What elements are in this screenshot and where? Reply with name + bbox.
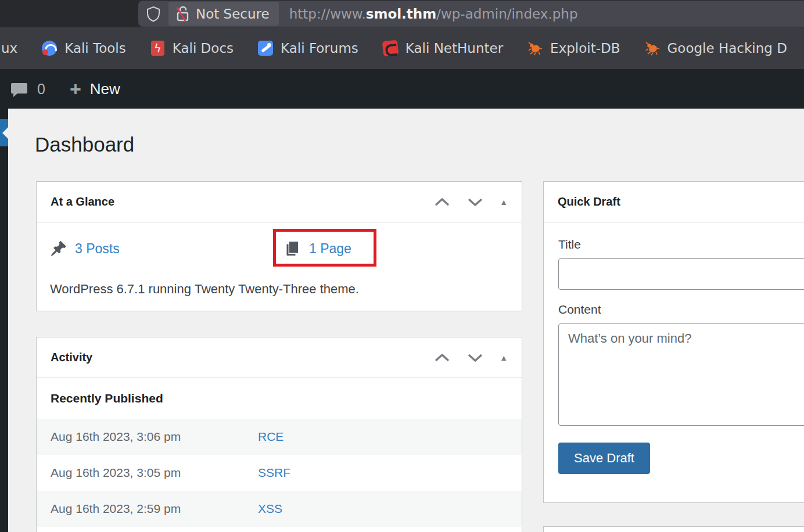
wordpress-version-text: WordPress 6.7.1 running Twenty Twenty-Th…	[50, 282, 359, 297]
activity-header: Activity ▲	[37, 337, 522, 378]
bug-icon	[527, 41, 543, 56]
post-link[interactable]: XSS	[258, 502, 282, 516]
quick-draft-title: Quick Draft	[558, 195, 620, 209]
move-down-icon[interactable]	[466, 353, 484, 363]
kali-nethunter-icon	[382, 40, 399, 57]
screen: Not Secure http://www.smol.thm/wp-admin/…	[0, 0, 804, 532]
activity-row: Aug 16th 2023, 3:06 pm RCE	[37, 419, 522, 455]
bookmarks-bar: ux Kali Tools Kali Docs Kali Forums Kali…	[0, 27, 804, 69]
bookmark-kali-forums[interactable]: Kali Forums	[258, 27, 358, 69]
bookmark-kali-nethunter[interactable]: Kali NetHunter	[383, 27, 503, 69]
move-down-icon[interactable]	[466, 197, 484, 207]
admin-menu-current-item[interactable]	[0, 119, 8, 146]
collapse-toggle-icon[interactable]: ▲	[500, 354, 508, 362]
draft-content-textarea[interactable]	[558, 323, 804, 426]
kali-docs-icon	[151, 41, 164, 56]
post-date: Aug 16th 2023, 2:59 pm	[51, 502, 258, 516]
wp-admin-bar: 0 + New	[0, 69, 804, 109]
activity-row: Aug 16th 2023, 2:59 pm XSS	[37, 491, 522, 527]
activity-widget: Activity ▲ Recently Published Aug 16th 2…	[36, 337, 522, 532]
save-draft-button[interactable]: Save Draft	[558, 443, 650, 474]
activity-row: Aug 16th 2023, 3:05 pm SSRF	[37, 455, 522, 491]
admin-menu-strip	[0, 109, 8, 532]
activity-title: Activity	[51, 351, 92, 364]
quick-draft-header: Quick Draft	[544, 182, 804, 222]
post-date: Aug 16th 2023, 3:06 pm	[51, 430, 258, 444]
draft-title-input[interactable]	[558, 258, 804, 290]
next-widget-partial	[543, 526, 804, 532]
posts-link[interactable]: 3 Posts	[75, 241, 120, 257]
post-link[interactable]: RCE	[258, 430, 283, 444]
broken-lock-icon	[175, 5, 191, 23]
post-link[interactable]: SSRF	[258, 466, 290, 480]
post-date: Aug 16th 2023, 3:05 pm	[51, 466, 258, 480]
red-annotation-box	[273, 229, 376, 267]
bookmark-exploit-db[interactable]: Exploit-DB	[527, 27, 620, 69]
bug-icon	[645, 41, 660, 56]
kali-forums-icon	[258, 41, 273, 56]
at-a-glance-widget: At a Glance ▲ 3 Posts 1 Page	[36, 181, 522, 311]
comments-icon[interactable]	[9, 79, 29, 99]
bookmark-kali-linux[interactable]: ux	[1, 27, 17, 69]
comments-count[interactable]: 0	[37, 81, 45, 98]
title-label: Title	[558, 238, 804, 251]
security-chip[interactable]: Not Secure	[168, 2, 279, 26]
url-text[interactable]: http://www.smol.thm/wp-admin/index.php	[289, 6, 578, 21]
url-domain: smol.thm	[366, 6, 436, 21]
pushpin-icon	[50, 240, 67, 257]
move-up-icon[interactable]	[433, 353, 451, 363]
page-title: Dashboard	[35, 133, 134, 156]
browser-toolbar: Not Secure http://www.smol.thm/wp-admin/…	[0, 0, 804, 27]
bookmark-google-hacking-db[interactable]: Google Hacking D	[645, 27, 787, 69]
quick-draft-widget: Quick Draft Title Content Save Draft	[543, 181, 804, 503]
glance-posts: 3 Posts	[50, 240, 120, 257]
security-chip-label: Not Secure	[196, 6, 270, 21]
at-a-glance-header: At a Glance ▲	[37, 182, 522, 222]
recently-published-heading: Recently Published	[37, 378, 522, 419]
collapse-toggle-icon[interactable]: ▲	[500, 198, 508, 206]
admin-bar-new[interactable]: New	[90, 80, 120, 98]
dashboard-page: Dashboard At a Glance ▲ 3 Posts	[0, 109, 804, 532]
move-up-icon[interactable]	[433, 197, 451, 207]
kali-tools-icon	[42, 41, 57, 56]
at-a-glance-title: At a Glance	[51, 195, 114, 209]
plus-icon[interactable]: +	[70, 79, 81, 99]
address-bar[interactable]: Not Secure http://www.smol.thm/wp-admin/…	[138, 1, 804, 27]
tracking-protection-shield-icon[interactable]	[146, 6, 160, 22]
bookmark-kali-tools[interactable]: Kali Tools	[42, 27, 126, 69]
content-label: Content	[558, 303, 804, 317]
bookmark-kali-docs[interactable]: Kali Docs	[150, 27, 234, 69]
